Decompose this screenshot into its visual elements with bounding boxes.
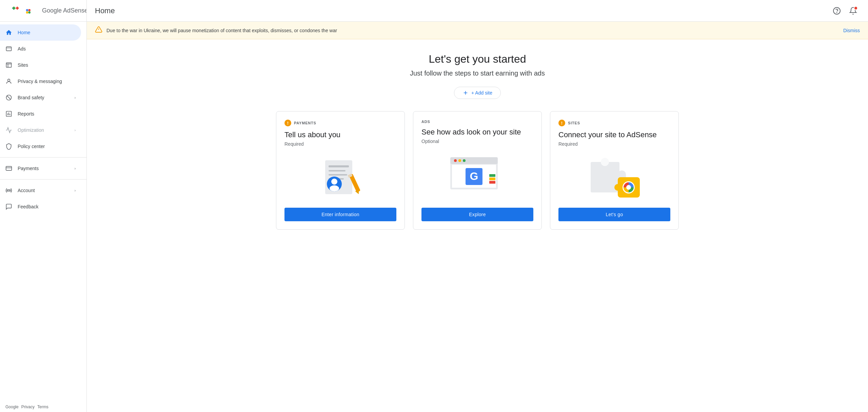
sidebar-nav: Home Ads Sites Privacy & messaging: [0, 22, 86, 402]
svg-point-0: [26, 9, 28, 11]
add-site-button[interactable]: + Add site: [454, 87, 501, 99]
sidebar-item-reports[interactable]: Reports: [0, 106, 81, 122]
card-category-label-sites: SITES: [568, 121, 580, 125]
svg-text:G: G: [470, 170, 478, 182]
footer-google-link[interactable]: Google: [5, 405, 19, 409]
home-icon: [5, 29, 12, 36]
svg-point-32: [454, 159, 457, 162]
svg-rect-10: [6, 166, 12, 170]
content-subtitle: Just follow the steps to start earning w…: [410, 69, 545, 77]
sidebar-item-label-feedback: Feedback: [18, 204, 76, 209]
card-subtitle-ads: Optional: [421, 139, 533, 144]
card-category-ads: ADS: [421, 120, 533, 124]
account-icon: [5, 187, 12, 194]
sidebar-footer: Google Privacy Terms: [0, 402, 86, 412]
svg-point-26: [330, 185, 339, 191]
svg-point-25: [331, 179, 337, 185]
payments-card: ! PAYMENTS Tell us about you Required: [276, 111, 405, 230]
sidebar-item-label-ads: Ads: [18, 46, 76, 52]
sites-illustration: [558, 153, 670, 201]
card-title-ads: See how ads look on your site: [421, 128, 533, 137]
svg-point-33: [458, 159, 461, 162]
chevron-right-icon-pay: ›: [75, 167, 76, 170]
reports-icon: [5, 110, 12, 117]
card-category-label-ads: ADS: [421, 120, 430, 124]
svg-point-46: [626, 185, 631, 190]
svg-point-6: [8, 79, 10, 81]
sidebar-item-label-sites: Sites: [18, 62, 76, 68]
chevron-right-icon: ›: [75, 96, 76, 100]
warning-triangle-icon: [95, 26, 102, 35]
content-title: Let's get you started: [429, 53, 526, 65]
explore-button[interactable]: Explore: [421, 208, 533, 221]
warning-circle-icon-sites: !: [558, 120, 565, 126]
svg-point-2: [26, 11, 28, 14]
banner-dismiss-button[interactable]: Dismiss: [843, 28, 860, 33]
sidebar-item-account[interactable]: Account ›: [0, 182, 81, 199]
svg-point-3: [28, 11, 31, 14]
brand-safety-icon: [5, 94, 12, 101]
svg-rect-40: [489, 174, 495, 177]
svg-point-42: [601, 158, 609, 166]
card-subtitle-payments: Required: [284, 141, 396, 147]
sidebar-item-ads[interactable]: Ads: [0, 41, 81, 57]
sidebar-item-feedback[interactable]: Feedback: [0, 199, 81, 215]
sidebar-item-optimization[interactable]: Optimization ›: [0, 122, 81, 138]
payments-illustration: [284, 153, 396, 201]
bell-icon: [849, 7, 857, 15]
sidebar-item-policy-center[interactable]: Policy center: [0, 138, 81, 154]
add-site-label: + Add site: [471, 90, 492, 96]
svg-point-34: [463, 159, 466, 162]
svg-rect-22: [329, 174, 347, 176]
svg-rect-38: [489, 181, 495, 184]
banner-text: Due to the war in Ukraine, we will pause…: [106, 28, 839, 33]
sidebar-item-label-policy: Policy center: [18, 144, 76, 149]
svg-point-1: [28, 9, 31, 11]
chevron-right-icon-opt: ›: [75, 128, 76, 132]
notifications-button[interactable]: [846, 4, 860, 18]
svg-point-12: [8, 190, 10, 191]
top-bar: Home: [87, 0, 868, 22]
policy-icon: [5, 143, 12, 150]
nav-divider-2: [0, 179, 86, 180]
enter-information-button[interactable]: Enter information: [284, 208, 396, 221]
svg-rect-4: [6, 47, 12, 51]
sidebar-item-home[interactable]: Home: [0, 24, 81, 41]
footer-privacy-link[interactable]: Privacy: [21, 405, 35, 409]
svg-rect-5: [6, 63, 12, 67]
footer-terms-link[interactable]: Terms: [37, 405, 48, 409]
svg-point-14: [837, 12, 837, 13]
privacy-icon: [5, 78, 12, 85]
help-button[interactable]: [830, 4, 844, 18]
sites-icon: [5, 62, 12, 68]
optimization-icon: [5, 127, 12, 133]
sidebar-item-label-privacy: Privacy & messaging: [18, 79, 76, 84]
card-category-label-payments: PAYMENTS: [294, 121, 316, 125]
ukraine-banner: Due to the war in Ukraine, we will pause…: [87, 22, 868, 39]
sidebar-item-label-optimization: Optimization: [18, 127, 69, 133]
sidebar-item-privacy-messaging[interactable]: Privacy & messaging: [0, 73, 81, 89]
nav-divider-1: [0, 157, 86, 158]
page-title: Home: [95, 6, 115, 15]
svg-point-47: [614, 184, 621, 191]
sidebar-item-label-account: Account: [18, 188, 69, 193]
chevron-right-icon-acct: ›: [75, 189, 76, 192]
sidebar-item-payments[interactable]: Payments ›: [0, 160, 81, 177]
cards-container: ! PAYMENTS Tell us about you Required: [274, 111, 681, 230]
sidebar-item-label-reports: Reports: [18, 111, 76, 117]
help-icon: [833, 7, 841, 15]
ads-card: ADS See how ads look on your site Option…: [413, 111, 542, 230]
top-bar-actions: [830, 4, 860, 18]
card-subtitle-sites: Required: [558, 141, 670, 147]
ads-icon: [5, 45, 12, 52]
sidebar-item-sites[interactable]: Sites: [0, 57, 81, 73]
sites-card: ! SITES Connect your site to AdSense Req…: [550, 111, 679, 230]
lets-go-button[interactable]: Let's go: [558, 208, 670, 221]
svg-rect-21: [329, 170, 346, 171]
adsense-wordmark-icon: [26, 6, 39, 15]
google-logo-icon: [9, 4, 23, 18]
sidebar: Google AdSense Home Ads Sites: [0, 0, 87, 412]
card-title-sites: Connect your site to AdSense: [558, 130, 670, 139]
sidebar-item-brand-safety[interactable]: Brand safety ›: [0, 89, 81, 106]
svg-line-8: [7, 96, 11, 100]
